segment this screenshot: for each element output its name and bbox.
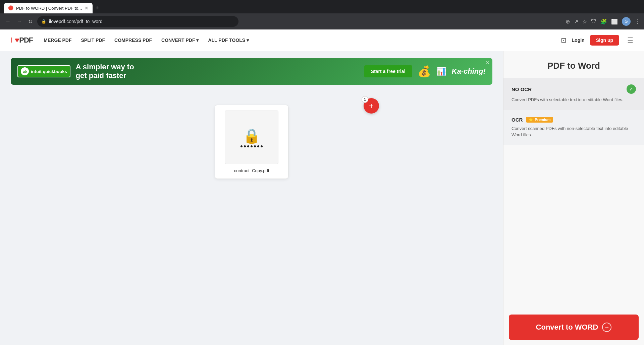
new-tab-button[interactable]: +: [95, 5, 99, 12]
tab-favicon: 🔴: [8, 5, 13, 11]
nav-compress-pdf[interactable]: COMPRESS PDF: [114, 38, 152, 43]
dot-1: [240, 145, 243, 147]
money-icon: 💰: [418, 65, 431, 78]
address-bar: ← → ↻ 🔒 ilovepdf.com/pdf_to_word ⊕ ↗ ☆ 🛡…: [0, 13, 644, 29]
convert-btn-label: Convert to WORD: [536, 323, 598, 332]
convert-arrow-icon: →: [602, 323, 611, 332]
qb-logo-text: intuit quickbooks: [31, 69, 67, 74]
no-ocr-selected-icon: ✓: [627, 84, 636, 94]
dot-7: [261, 145, 263, 147]
convert-button-wrap: Convert to WORD →: [503, 309, 644, 345]
signup-button[interactable]: Sign up: [590, 35, 619, 46]
panel-spacer: [503, 145, 644, 309]
right-panel: PDF to Word NO OCR ✓ Convert PDFs with s…: [503, 51, 644, 345]
lock-icon: 🔒: [240, 128, 263, 147]
ad-cta-button[interactable]: Start a free trial: [364, 65, 412, 77]
left-panel: ✕ qb intuit quickbooks A simpler way tog…: [0, 51, 503, 345]
chart-icon: 📊: [436, 67, 446, 76]
lock-body-icon: 🔒: [243, 128, 260, 144]
main-content: ✕ qb intuit quickbooks A simpler way tog…: [0, 51, 644, 345]
refresh-button[interactable]: ↻: [27, 17, 34, 26]
url-bar[interactable]: 🔒 ilovepdf.com/pdf_to_word: [37, 16, 238, 27]
ocr-description: Convert scanned PDFs with non-selectable…: [512, 125, 636, 138]
address-bar-actions: ⊕ ↗ ☆ 🛡 🧩 ⬜ G ⋮: [566, 17, 640, 26]
nav-actions: ⊡ Login Sign up ☰: [561, 35, 633, 46]
dot-2: [244, 145, 246, 147]
panel-title: PDF to Word: [503, 51, 644, 78]
nav-links: MERGE PDF SPLIT PDF COMPRESS PDF CONVERT…: [44, 38, 560, 43]
dot-4: [251, 145, 253, 147]
premium-star-icon: ⭐: [529, 118, 533, 122]
active-tab[interactable]: 🔴 PDF to WORD | Convert PDF to... ✕: [4, 3, 93, 13]
main-navbar: I ♥ PDF MERGE PDF SPLIT PDF COMPRESS PDF…: [0, 29, 644, 51]
share-icon[interactable]: ↗: [574, 18, 578, 25]
premium-label: Premium: [535, 118, 550, 122]
split-view-icon[interactable]: ⬜: [611, 18, 618, 25]
nav-convert-pdf[interactable]: CONVERT PDF ▾: [161, 38, 199, 43]
ad-close-button[interactable]: ✕: [486, 60, 490, 65]
lock-dots: [240, 145, 263, 147]
extensions-icon[interactable]: 🧩: [600, 18, 607, 25]
convert-to-word-button[interactable]: Convert to WORD →: [509, 315, 639, 340]
logo-heart-icon: I ♥: [11, 36, 19, 45]
menu-dots-icon[interactable]: ⋮: [635, 18, 640, 25]
ocr-header: OCR ⭐ Premium: [512, 117, 636, 123]
plus-icon: +: [369, 101, 374, 111]
ad-image: 💰 📊 Ka-ching!: [418, 65, 486, 78]
convert-dropdown-icon: ▾: [196, 38, 199, 43]
file-count-badge: 1: [362, 96, 368, 103]
qb-icon: qb: [21, 67, 29, 75]
add-file-badge: 1 +: [364, 98, 379, 114]
ocr-title: OCR: [512, 117, 523, 123]
pdf-file-card[interactable]: 🔒 contract_Copy.: [215, 105, 288, 179]
dot-5: [254, 145, 256, 147]
pdf-filename: contract_Copy.pdf: [234, 168, 269, 173]
no-ocr-option[interactable]: NO OCR ✓ Convert PDFs with selectable te…: [503, 78, 644, 110]
no-ocr-header: NO OCR ✓: [512, 84, 636, 94]
logo-text: PDF: [19, 36, 33, 45]
hamburger-menu-icon[interactable]: ☰: [627, 36, 633, 44]
quickbooks-logo: qb intuit quickbooks: [17, 65, 70, 77]
tab-close-button[interactable]: ✕: [85, 5, 89, 11]
ad-tagline: A simpler way toget paid faster: [76, 63, 359, 80]
dot-3: [247, 145, 249, 147]
page-wrapper: I ♥ PDF MERGE PDF SPLIT PDF COMPRESS PDF…: [0, 29, 644, 345]
pdf-thumbnail: 🔒: [225, 111, 278, 164]
back-button[interactable]: ←: [4, 17, 12, 26]
no-ocr-title: NO OCR: [512, 86, 532, 92]
shield-icon[interactable]: 🛡: [591, 18, 596, 24]
nav-all-pdf-tools[interactable]: ALL PDF TOOLS ▾: [208, 38, 249, 43]
no-ocr-description: Convert PDFs with selectable text into e…: [512, 96, 636, 103]
ad-banner: ✕ qb intuit quickbooks A simpler way tog…: [11, 58, 492, 85]
forward-button[interactable]: →: [15, 17, 23, 26]
logo[interactable]: I ♥ PDF: [11, 36, 33, 45]
browser-chrome: 🔴 PDF to WORD | Convert PDF to... ✕ + ← …: [0, 0, 644, 29]
chrome-icon[interactable]: ⊕: [566, 18, 570, 25]
tab-title: PDF to WORD | Convert PDF to...: [16, 6, 82, 11]
nav-split-pdf[interactable]: SPLIT PDF: [81, 38, 105, 43]
secure-icon: 🔒: [41, 19, 46, 24]
profile-avatar[interactable]: G: [622, 17, 631, 26]
premium-badge: ⭐ Premium: [526, 117, 553, 123]
ka-ching-text: Ka-ching!: [452, 67, 486, 76]
tab-bar: 🔴 PDF to WORD | Convert PDF to... ✕ +: [0, 0, 644, 13]
all-tools-dropdown-icon: ▾: [247, 38, 249, 43]
download-app-icon[interactable]: ⊡: [561, 36, 567, 44]
login-button[interactable]: Login: [572, 38, 585, 43]
nav-merge-pdf[interactable]: MERGE PDF: [44, 38, 71, 43]
bookmark-icon[interactable]: ☆: [582, 18, 587, 25]
url-text: ilovepdf.com/pdf_to_word: [49, 19, 103, 24]
ocr-option[interactable]: OCR ⭐ Premium Convert scanned PDFs with …: [503, 110, 644, 145]
upload-area: 1 + 🔒: [0, 91, 503, 192]
dot-6: [257, 145, 259, 147]
